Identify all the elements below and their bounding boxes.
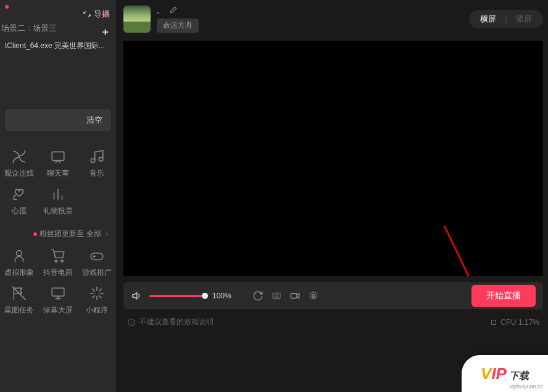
orientation-toggle: 横屏 | 竖屏 <box>469 10 543 28</box>
chip-icon <box>489 318 498 327</box>
fans-text: 粉丝团更新至 <box>39 229 84 239</box>
scene-sep: \ <box>28 24 30 33</box>
screenshot-icon[interactable] <box>271 290 282 301</box>
category-tag[interactable]: 命运方舟 <box>157 18 199 33</box>
settings-icon[interactable] <box>308 290 319 301</box>
stream-title-col: 。 命运方舟 <box>157 6 199 33</box>
stream-header: 。 命运方舟 横屏 | 竖屏 <box>123 4 543 35</box>
fans-dot-icon <box>33 232 37 236</box>
svg-rect-12 <box>291 293 297 298</box>
green-screen-button[interactable]: 绿幕大屏 <box>39 285 78 316</box>
start-label: 开始直播 <box>486 290 521 301</box>
spark-icon <box>89 285 105 301</box>
svg-point-4 <box>55 260 57 262</box>
grid-label: 礼物投票 <box>43 206 73 216</box>
bars-icon <box>50 186 66 202</box>
feature-panel: 观众连线 聊天室 音乐 心愿 礼物投票 <box>0 141 116 392</box>
svg-rect-0 <box>52 152 64 160</box>
avatar-virtual-button[interactable]: 虚拟形象 <box>0 248 39 278</box>
flag-slash-icon <box>11 285 27 301</box>
director-label: 导播 <box>94 9 110 20</box>
footer-hint[interactable]: 不建议查看的游戏说明 <box>139 317 214 327</box>
speaker-icon[interactable] <box>131 290 142 301</box>
stream-name-row: 。 <box>157 6 199 16</box>
orient-horizontal[interactable]: 横屏 <box>471 11 505 27</box>
status-footer: 不建议查看的游戏说明 CPU 1.17% <box>123 314 543 330</box>
volume-thumb[interactable] <box>202 293 208 299</box>
heart-hand-icon <box>11 186 27 202</box>
volume-text: 100% <box>212 292 231 300</box>
camera-icon[interactable] <box>289 290 301 301</box>
star-task-button[interactable]: 星图任务 <box>0 285 39 316</box>
music-button[interactable]: 音乐 <box>77 149 116 179</box>
fans-update-link[interactable]: 粉丝团更新至 全部 <box>0 216 116 248</box>
chat-icon <box>50 149 66 165</box>
rec-dot-icon <box>5 5 9 9</box>
watermark-url: viphuiyuan.cc <box>509 383 543 390</box>
svg-point-5 <box>61 260 63 262</box>
annotation-arrow-icon <box>123 41 543 276</box>
clear-label: 清空 <box>86 115 102 126</box>
cpu-text: CPU 1.17% <box>500 318 539 327</box>
chat-room-button[interactable]: 聊天室 <box>39 149 78 179</box>
ecommerce-button[interactable]: 抖音电商 <box>39 248 78 278</box>
grid-label: 虚拟形象 <box>4 267 34 278</box>
grid-label: 观众连线 <box>4 168 34 179</box>
feature-grid-2: 虚拟形象 抖音电商 游戏推广 星图任务 绿幕大屏 <box>0 248 116 316</box>
grid-label: 绿幕大屏 <box>43 305 73 316</box>
stream-avatar[interactable] <box>123 6 151 33</box>
fans-all: 全部 <box>86 229 101 239</box>
notif-dot-icon <box>104 14 107 17</box>
music-icon <box>89 149 105 165</box>
grid-label: 小程序 <box>86 305 108 316</box>
sidebar: 导播 场景二 \ 场景三 + tClient_64.exe 完美世界国际... … <box>0 0 116 392</box>
grid-label: 游戏推广 <box>82 267 112 278</box>
svg-point-3 <box>17 250 22 256</box>
control-bar: 100% 开始直播 <box>123 282 543 309</box>
footer-stats: CPU 1.17% <box>489 318 539 327</box>
preview-canvas[interactable] <box>123 41 543 276</box>
add-scene-icon[interactable]: + <box>102 26 109 39</box>
svg-rect-11 <box>275 295 278 298</box>
svg-line-9 <box>444 226 489 276</box>
svg-rect-6 <box>91 253 103 260</box>
svg-rect-15 <box>492 320 496 324</box>
volume-fill <box>149 295 205 297</box>
wish-button[interactable]: 心愿 <box>0 186 39 216</box>
main-area: 。 命运方舟 横屏 | 竖屏 <box>116 0 548 392</box>
stream-name: 。 <box>157 6 164 16</box>
svg-point-13 <box>312 295 315 298</box>
scene-tab-3[interactable]: 场景三 <box>31 20 58 36</box>
svg-point-1 <box>91 158 95 163</box>
chevron-right-icon <box>104 231 110 237</box>
scene-header: 导播 场景二 \ 场景三 + <box>0 0 116 37</box>
svg-rect-7 <box>52 288 64 296</box>
scene-tab-2[interactable]: 场景二 <box>0 20 27 36</box>
link-icon <box>11 149 27 165</box>
monitor-icon <box>50 285 66 301</box>
watermark: VIP下载 viphuiyuan.cc <box>462 355 548 392</box>
svg-rect-10 <box>273 293 280 299</box>
game-promo-button[interactable]: 游戏推广 <box>77 248 116 278</box>
grid-label: 抖音电商 <box>43 267 73 278</box>
info-icon <box>127 318 136 327</box>
grid-label: 星图任务 <box>4 305 34 316</box>
gift-vote-button[interactable]: 礼物投票 <box>39 186 78 216</box>
clear-button[interactable]: 清空 <box>5 109 111 131</box>
grid-label: 心愿 <box>12 206 27 216</box>
mini-program-button[interactable]: 小程序 <box>77 285 116 316</box>
orient-vertical[interactable]: 竖屏 <box>507 11 541 27</box>
person-icon <box>11 248 27 264</box>
start-stream-button[interactable]: 开始直播 <box>471 285 536 307</box>
svg-point-2 <box>99 157 103 161</box>
refresh-icon[interactable] <box>252 290 264 301</box>
feature-grid-1: 观众连线 聊天室 音乐 心愿 礼物投票 <box>0 149 116 216</box>
director-button[interactable]: 导播 <box>83 9 110 20</box>
source-item[interactable]: tClient_64.exe 完美世界国际... <box>0 37 116 55</box>
cart-icon <box>50 248 66 264</box>
edit-icon[interactable] <box>169 6 178 16</box>
audience-link-button[interactable]: 观众连线 <box>0 149 39 179</box>
vip-logo: VIP下载 <box>481 364 529 383</box>
gamepad-icon <box>89 248 105 264</box>
volume-slider[interactable] <box>149 295 205 297</box>
